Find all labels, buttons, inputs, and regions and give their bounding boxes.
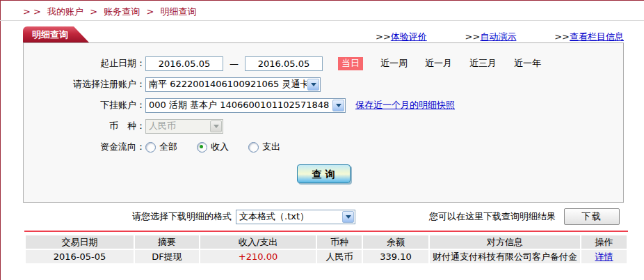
quick-range-quarter[interactable]: 近三月 <box>469 57 497 70</box>
radio-option-all[interactable]: 全部 <box>145 141 177 153</box>
breadcrumb-separator: > <box>90 6 97 17</box>
download-format-value: 文本格式（.txt） <box>236 210 312 223</box>
cell-counterparty: 财付通支付科技有限公司客户备付金 <box>430 250 580 263</box>
submit-row: 查 询 <box>24 164 623 183</box>
sub-account-value: 000 活期 基本户 1406600101102571848 <box>146 99 332 111</box>
currency-select: 人民币 <box>145 119 223 134</box>
radio-label-expense: 支出 <box>262 141 280 153</box>
download-hint: 您可以在这里下载查询明细结果 <box>429 210 556 223</box>
table-top-rule <box>24 231 628 232</box>
link-experience-rating[interactable]: >>体验评价 <box>376 31 427 43</box>
table-header-row: 交易日期 摘要 收入/支出 币种 余额 对方信息 操作 <box>26 235 627 249</box>
date-range-row: 起止日期： — 当日 近一周 近一月 近三月 近一年 <box>24 55 623 72</box>
col-header-date: 交易日期 <box>26 235 134 249</box>
breadcrumb-prefix: > > <box>23 6 41 17</box>
sub-account-label: 下挂账户： <box>24 99 145 111</box>
table-row: 2016-05-05 DF提现 +210.00 人民币 339.10 财付通支付… <box>26 250 627 263</box>
date-range-label: 起止日期： <box>24 57 145 70</box>
currency-row: 币 种： 人民币 <box>24 118 623 134</box>
cell-summary: DF提现 <box>135 250 199 263</box>
fund-flow-row: 资金流向： 全部 收入 支出 <box>24 139 623 155</box>
cell-amount: +210.00 <box>200 250 316 263</box>
registered-account-row: 请选择注册账户： 南平 6222001406100921065 灵通卡 <box>24 76 623 93</box>
col-header-action: 操作 <box>581 235 627 249</box>
breadcrumb-item-account-query[interactable]: 账务查询 <box>104 6 140 17</box>
double-arrow-icon: >> <box>554 31 570 42</box>
link-label: 查看栏目信息 <box>570 31 624 42</box>
quick-range-today[interactable]: 当日 <box>338 57 363 70</box>
currency-value: 人民币 <box>146 120 179 132</box>
query-button[interactable]: 查 询 <box>297 164 351 183</box>
date-range-dash: — <box>230 59 239 69</box>
radio-icon[interactable] <box>248 142 259 153</box>
chevron-down-icon <box>342 211 354 223</box>
chevron-down-icon <box>332 100 344 111</box>
results-table: 交易日期 摘要 收入/支出 币种 余额 对方信息 操作 2016-05-05 D… <box>24 234 628 265</box>
tab-detail-query[interactable]: 明细查询 <box>23 26 89 42</box>
breadcrumb-divider <box>0 20 644 21</box>
cell-balance: 339.10 <box>363 250 428 263</box>
currency-label: 币 种： <box>24 120 145 132</box>
radio-option-expense[interactable]: 支出 <box>248 141 280 153</box>
chevron-down-icon <box>307 79 319 91</box>
breadcrumb-item-detail-query[interactable]: 明细查询 <box>160 6 196 17</box>
fund-flow-options: 全部 收入 支出 <box>145 141 300 153</box>
col-header-counterparty: 对方信息 <box>430 235 580 249</box>
col-header-summary: 摘要 <box>135 235 199 249</box>
breadcrumb: > > 我的账户 > 账务查询 > 明细查询 <box>23 6 196 18</box>
double-arrow-icon: >> <box>376 31 391 42</box>
link-view-column-info[interactable]: >>查看栏目信息 <box>554 31 624 43</box>
registered-account-select[interactable]: 南平 6222001406100921065 灵通卡 <box>145 77 321 92</box>
query-form: 起止日期： — 当日 近一周 近一月 近三月 近一年 请选择注册账户： 南平 6… <box>24 43 623 183</box>
snapshot-link[interactable]: 保存近一个月的明细快照 <box>355 99 455 111</box>
page-top-border <box>0 0 644 1</box>
col-header-amount: 收入/支出 <box>200 235 316 249</box>
download-format-label: 请您选择下载明细的格式 <box>132 210 232 223</box>
radio-icon[interactable] <box>145 142 156 153</box>
download-row: 请您选择下载明细的格式 文本格式（.txt） 您可以在这里下载查询明细结果 下载 <box>0 208 644 225</box>
col-header-balance: 余额 <box>363 235 428 249</box>
link-label: 自动演示 <box>480 31 516 42</box>
radio-checked-icon[interactable] <box>197 142 207 153</box>
date-from-input[interactable] <box>145 56 223 71</box>
link-auto-demo[interactable]: >>自动演示 <box>465 31 517 43</box>
registered-account-label: 请选择注册账户： <box>24 78 145 91</box>
col-header-currency: 币种 <box>317 235 362 249</box>
date-to-input[interactable] <box>245 56 323 71</box>
radio-label-all: 全部 <box>159 141 177 153</box>
query-panel: 起止日期： — 当日 近一周 近一月 近三月 近一年 请选择注册账户： 南平 6… <box>23 42 624 203</box>
double-arrow-icon: >> <box>465 31 481 42</box>
link-label: 体验评价 <box>391 31 427 42</box>
quick-range-week[interactable]: 近一周 <box>380 57 408 70</box>
detail-link[interactable]: 详情 <box>595 251 613 262</box>
page-left-border <box>0 0 1 280</box>
breadcrumb-item-my-account[interactable]: 我的账户 <box>47 6 83 17</box>
top-links: >>体验评价 >>自动演示 >>查看栏目信息 <box>376 31 624 43</box>
chevron-down-icon <box>210 120 222 132</box>
breadcrumb-separator: > <box>146 6 154 17</box>
registered-account-value: 南平 6222001406100921065 灵通卡 <box>146 78 307 91</box>
download-button[interactable]: 下载 <box>564 208 620 225</box>
page: > > 我的账户 > 账务查询 > 明细查询 明细查询 >>体验评价 >>自动演… <box>0 0 644 280</box>
fund-flow-label: 资金流向： <box>24 141 145 153</box>
download-format-select[interactable]: 文本格式（.txt） <box>236 210 355 224</box>
quick-range-year[interactable]: 近一年 <box>514 57 541 70</box>
cell-date: 2016-05-05 <box>26 250 134 263</box>
radio-option-income[interactable]: 收入 <box>197 141 229 153</box>
sub-account-select[interactable]: 000 活期 基本户 1406600101102571848 <box>145 98 346 113</box>
sub-account-row: 下挂账户： 000 活期 基本户 1406600101102571848 保存近… <box>24 97 623 114</box>
quick-range-month[interactable]: 近一月 <box>425 57 452 70</box>
cell-currency: 人民币 <box>317 250 362 263</box>
radio-label-income: 收入 <box>211 141 229 153</box>
